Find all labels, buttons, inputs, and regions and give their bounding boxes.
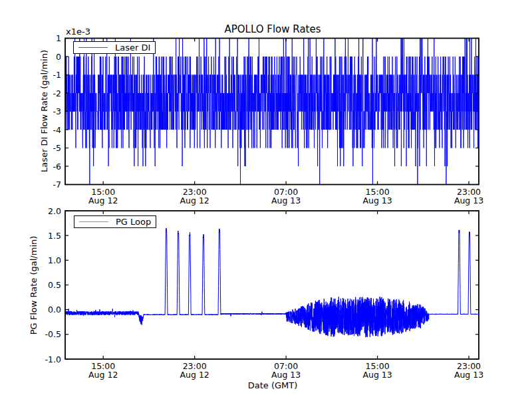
legend-pg-loop: PG Loop [74, 215, 156, 228]
y-tick-label: 2.0 [48, 206, 61, 216]
y-tick-label: 1.0 [48, 255, 61, 265]
legend-label-pg-loop: PG Loop [116, 216, 151, 227]
y-tick-label: -2 [53, 88, 61, 98]
y-tick-label: 1.5 [48, 231, 61, 241]
y-tick-label: -0.5 [45, 329, 61, 339]
y-tick-label: 0.5 [48, 280, 61, 290]
axes-frame [65, 211, 479, 359]
x-tick-label-date: Aug 13 [454, 370, 483, 380]
y-tick-label: -3 [53, 106, 61, 116]
series-line-pg-loop [65, 228, 479, 337]
axes-pg-loop: 15:00Aug 1223:00Aug 1207:00Aug 1315:00Au… [45, 206, 484, 380]
x-tick-label-date: Aug 13 [454, 196, 483, 205]
y-offset-label: x1e-3 [66, 27, 90, 37]
y-tick-label: 0.0 [48, 305, 61, 315]
x-tick-label-date: Aug 13 [271, 196, 301, 205]
y-tick-label: -1 [53, 70, 61, 80]
legend-line-sample-icon [79, 221, 108, 222]
y-tick-label: -1.0 [45, 354, 61, 364]
y-tick-label: 0 [56, 52, 61, 62]
y-tick-label: -5 [53, 143, 61, 153]
legend-line-sample-icon [78, 47, 108, 48]
x-tick-label-date: Aug 12 [180, 370, 209, 380]
x-tick-label-date: Aug 13 [362, 370, 392, 380]
axes-laser-di: 15:00Aug 1223:00Aug 1207:00Aug 1315:00Au… [53, 33, 484, 205]
ylabel-pg-loop: PG Flow Rate (gal/min) [29, 236, 39, 335]
xlabel-date-gmt: Date (GMT) [0, 380, 532, 390]
x-tick-label-date: Aug 12 [180, 196, 209, 205]
series-line-laser-di [65, 39, 479, 185]
plot-canvas: 15:00Aug 1223:00Aug 1207:00Aug 1315:00Au… [0, 0, 532, 399]
ylabel-laser-di: Laser DI Flow Rate (gal/min) [39, 50, 49, 172]
x-tick-label-date: Aug 12 [88, 196, 118, 205]
x-tick-label-date: Aug 12 [88, 370, 118, 380]
x-tick-label-date: Aug 13 [271, 370, 301, 380]
legend-laser-di: Laser DI [73, 41, 156, 54]
y-tick-label: -4 [53, 125, 62, 135]
y-tick-label: -7 [53, 180, 61, 190]
y-tick-label: -6 [53, 162, 62, 172]
legend-label-laser-di: Laser DI [115, 42, 150, 53]
figure: 15:00Aug 1223:00Aug 1207:00Aug 1315:00Au… [0, 0, 532, 399]
x-tick-label-date: Aug 13 [362, 196, 392, 205]
